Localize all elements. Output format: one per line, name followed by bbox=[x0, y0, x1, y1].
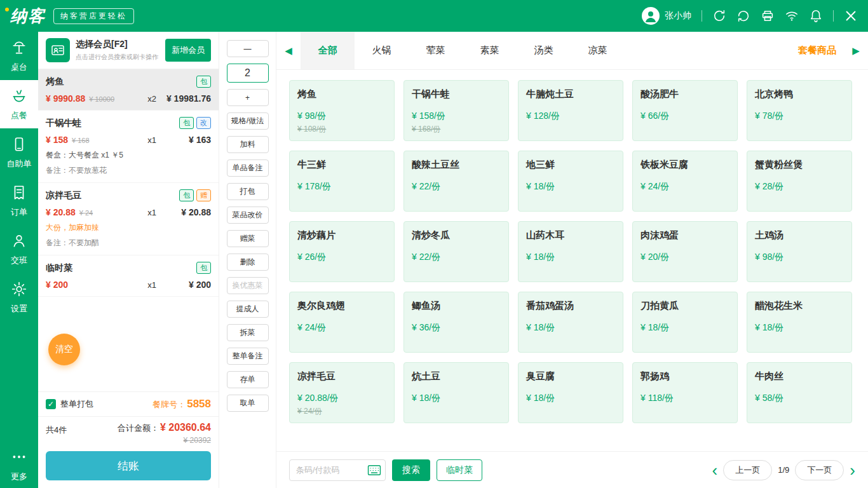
menu-item-card[interactable]: 土鸡汤¥ 98/份 bbox=[747, 221, 852, 282]
qty-plus-button[interactable]: + bbox=[227, 89, 269, 106]
menu-item-card[interactable]: 清炒冬瓜¥ 22/份 bbox=[403, 221, 509, 282]
sidebar-item-tables[interactable]: 桌台 bbox=[0, 32, 38, 80]
prev-chevron-icon[interactable]: ‹ bbox=[712, 464, 718, 477]
save-order-button[interactable]: 存单 bbox=[227, 371, 269, 388]
checkout-button[interactable]: 结账 bbox=[46, 451, 211, 480]
delete-button[interactable]: 删除 bbox=[227, 254, 269, 271]
cart-item-price: ¥ 200 bbox=[46, 280, 68, 290]
menu-item-card[interactable]: 奥尔良鸡翅¥ 24/份 bbox=[289, 292, 395, 353]
tab-hotpot[interactable]: 火锅 bbox=[355, 32, 409, 69]
search-button[interactable]: 搜索 bbox=[392, 459, 430, 481]
pack-button[interactable]: 打包 bbox=[227, 183, 269, 200]
tab-soup[interactable]: 汤类 bbox=[517, 32, 571, 69]
sync-icon[interactable] bbox=[712, 9, 726, 23]
menu-item-card[interactable]: 牛肉丝¥ 58/份 bbox=[747, 362, 852, 423]
next-chevron-icon[interactable]: › bbox=[850, 464, 855, 477]
cart-list: 烤鱼 包 ¥ 9990.88 ¥ 10000 x2 ¥ 19981.76 干锅牛… bbox=[38, 69, 219, 391]
sidebar-item-order[interactable]: 点餐 bbox=[0, 80, 38, 128]
tabs-left-arrow-icon[interactable]: ◀ bbox=[276, 32, 301, 69]
cart-item-name: 烤鱼 bbox=[46, 76, 64, 88]
main-area: ◀ 全部 火锅 荤菜 素菜 汤类 凉菜 套餐商品 ▶ 烤鱼¥ 98/份¥ 108… bbox=[276, 32, 868, 488]
tabs-right-arrow-icon[interactable]: ▶ bbox=[844, 32, 868, 69]
brand-slogan: 纳客营店更轻松 bbox=[53, 8, 134, 24]
menu-item-card[interactable]: 牛三鲜¥ 178/份 bbox=[289, 151, 395, 212]
sidebar-item-label: 桌台 bbox=[11, 62, 27, 73]
cart-item[interactable]: 烤鱼 包 ¥ 9990.88 ¥ 10000 x2 ¥ 19981.76 bbox=[38, 69, 219, 111]
tab-combo-products[interactable]: 套餐商品 bbox=[790, 32, 844, 69]
sidebar-item-shift[interactable]: 交班 bbox=[0, 225, 38, 273]
sidebar-item-orders[interactable]: 订单 bbox=[0, 177, 38, 225]
menu-item-card[interactable]: 蟹黄粉丝煲¥ 28/份 bbox=[747, 151, 852, 212]
spec-method-button[interactable]: 规格/做法 bbox=[227, 112, 269, 130]
cart-panel: 选择会员[F2] 点击进行会员搜索或刷卡操作 新增会员 烤鱼 包 ¥ 9990.… bbox=[38, 32, 219, 488]
menu-item-card[interactable]: 清炒藕片¥ 26/份 bbox=[289, 221, 395, 282]
divider bbox=[702, 10, 702, 22]
menu-item-card[interactable]: 牛腩炖土豆¥ 128/份 bbox=[518, 80, 623, 141]
menu-item-card[interactable]: 郭扬鸡¥ 118/份 bbox=[632, 362, 738, 423]
menu-item-card[interactable]: 烤鱼¥ 98/份¥ 108/份 bbox=[289, 80, 395, 141]
temp-dish-button[interactable]: 临时菜 bbox=[437, 459, 482, 481]
split-dish-button[interactable]: 拆菜 bbox=[227, 324, 269, 341]
menu-item-card[interactable]: 臭豆腐¥ 18/份 bbox=[518, 362, 623, 423]
menu-item-card[interactable]: 酸汤肥牛¥ 66/份 bbox=[632, 80, 738, 141]
sidebar-item-more[interactable]: 更多 bbox=[0, 442, 38, 488]
cart-item[interactable]: 凉拌毛豆 包 赠 ¥ 20.88 ¥ 24 x1 ¥ 20.88 大份，加麻加辣… bbox=[38, 183, 219, 255]
menu-item-card[interactable]: 醋泡花生米¥ 18/份 bbox=[747, 292, 852, 353]
sidebar-item-settings[interactable]: 设置 bbox=[0, 273, 38, 322]
phone-icon bbox=[11, 136, 27, 154]
cart-item-note: 备注：不要加醋 bbox=[46, 238, 211, 248]
keyboard-icon[interactable] bbox=[367, 464, 381, 476]
menu-item-card[interactable]: 铁板米豆腐¥ 24/份 bbox=[632, 151, 738, 212]
printer-icon[interactable] bbox=[761, 9, 775, 23]
barcode-input-wrap bbox=[289, 459, 386, 481]
tab-all[interactable]: 全部 bbox=[301, 32, 355, 69]
cart-item[interactable]: 干锅牛蛙 包 改 ¥ 158 ¥ 168 x1 ¥ 163 餐盒：大号餐盒 x1… bbox=[38, 111, 219, 183]
menu-item-card[interactable]: 刀拍黄瓜¥ 18/份 bbox=[632, 292, 738, 353]
user-name: 张小帅 bbox=[665, 10, 691, 22]
retrieve-order-button[interactable]: 取单 bbox=[227, 395, 269, 412]
swap-discount-dish-button: 换优惠菜 bbox=[227, 277, 269, 294]
cart-item[interactable]: 临时菜 包 ¥ 200 x1 ¥ 200 bbox=[38, 255, 219, 297]
order-note-button[interactable]: 整单备注 bbox=[227, 348, 269, 365]
menu-item-card[interactable]: 炕土豆¥ 18/份 bbox=[403, 362, 509, 423]
item-note-button[interactable]: 单品备注 bbox=[227, 159, 269, 177]
modified-badge: 改 bbox=[196, 117, 211, 129]
bell-icon[interactable] bbox=[809, 9, 823, 23]
cart-item-price: ¥ 20.88 bbox=[46, 207, 76, 217]
commission-person-button[interactable]: 提成人 bbox=[227, 301, 269, 318]
gift-dish-button[interactable]: 赠菜 bbox=[227, 230, 269, 247]
next-page-button[interactable]: 下一页 bbox=[795, 460, 844, 480]
menu-item-card[interactable]: 地三鲜¥ 18/份 bbox=[518, 151, 623, 212]
menu-item-card[interactable]: 番茄鸡蛋汤¥ 18/份 bbox=[518, 292, 623, 353]
add-ingredient-button[interactable]: 加料 bbox=[227, 136, 269, 153]
close-icon[interactable] bbox=[844, 9, 858, 23]
wifi-icon[interactable] bbox=[785, 9, 799, 23]
pack-badge: 包 bbox=[179, 189, 194, 201]
qty-minus-button[interactable]: — bbox=[227, 40, 269, 57]
menu-item-card[interactable]: 肉沫鸡蛋¥ 20/份 bbox=[632, 221, 738, 282]
menu-item-card[interactable]: 干锅牛蛙¥ 158/份¥ 168/份 bbox=[403, 80, 509, 141]
pack-checkbox[interactable]: ✓ bbox=[46, 399, 56, 409]
sidebar: 桌台 点餐 自助单 订单 交班 设置 bbox=[0, 32, 38, 488]
tab-meat[interactable]: 荤菜 bbox=[409, 32, 463, 69]
cart-item-note: 备注：不要放葱花 bbox=[46, 165, 211, 176]
clear-cart-button[interactable]: 清空 bbox=[48, 334, 80, 365]
sidebar-item-selforder[interactable]: 自助单 bbox=[0, 128, 38, 177]
cart-item-qty: x1 bbox=[147, 280, 156, 290]
add-member-button[interactable]: 新增会员 bbox=[165, 39, 211, 62]
menu-item-card[interactable]: 北京烤鸭¥ 78/份 bbox=[747, 80, 852, 141]
menu-item-card[interactable]: 酸辣土豆丝¥ 22/份 bbox=[403, 151, 509, 212]
cart-item-qty: x1 bbox=[147, 135, 156, 145]
menu-item-card[interactable]: 山药木耳¥ 18/份 bbox=[518, 221, 623, 282]
topbar: 纳客 纳客营店更轻松 张小帅 bbox=[0, 0, 868, 32]
tab-cold[interactable]: 凉菜 bbox=[571, 32, 625, 69]
change-price-button[interactable]: 菜品改价 bbox=[227, 207, 269, 224]
user-account[interactable]: 张小帅 bbox=[642, 7, 691, 25]
menu-item-card[interactable]: 鲫鱼汤¥ 36/份 bbox=[403, 292, 509, 353]
prev-page-button[interactable]: 上一页 bbox=[723, 460, 772, 480]
refresh-icon[interactable] bbox=[736, 9, 750, 23]
menu-item-card[interactable]: 凉拌毛豆¥ 20.88/份¥ 24/份 bbox=[289, 362, 395, 423]
member-bar[interactable]: 选择会员[F2] 点击进行会员搜索或刷卡操作 新增会员 bbox=[38, 32, 219, 69]
tab-vegetable[interactable]: 素菜 bbox=[463, 32, 517, 69]
cart-item-original-price: ¥ 24 bbox=[79, 209, 93, 217]
